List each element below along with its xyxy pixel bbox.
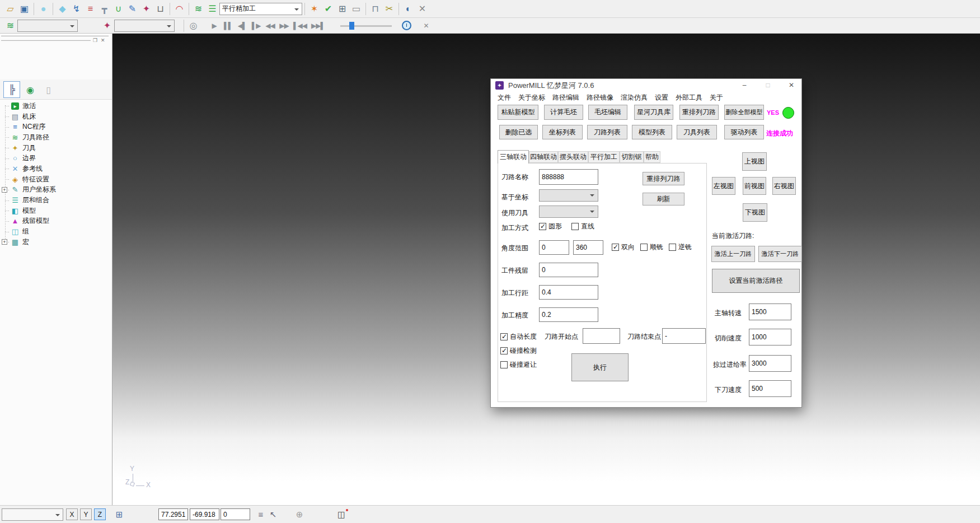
- toolpath-list-button[interactable]: 刀路列表: [587, 125, 627, 139]
- climb-mill-option[interactable]: 顺铣: [640, 242, 663, 252]
- coord-list-button[interactable]: 坐标列表: [542, 125, 583, 139]
- sim-toolpath-dropdown[interactable]: [17, 20, 78, 32]
- step-forward-button[interactable]: ▌▶: [249, 19, 263, 32]
- list-icon[interactable]: ≡: [255, 508, 266, 520]
- angle-to-input[interactable]: [573, 240, 603, 255]
- simulation-icon[interactable]: ◠: [172, 2, 186, 16]
- sim-tool-dropdown[interactable]: [114, 20, 175, 32]
- tree-item-boundaries[interactable]: ○ 边界: [0, 153, 111, 164]
- tool-change-icon[interactable]: ⊓: [368, 2, 382, 16]
- clock-icon[interactable]: [402, 21, 411, 30]
- angle-from-input[interactable]: [539, 240, 569, 255]
- speed-slider[interactable]: [340, 22, 392, 30]
- transform-icon[interactable]: ✂: [382, 2, 396, 16]
- tree-item-stock-models[interactable]: ▲ 残留模型: [0, 216, 111, 227]
- go-to-end-button[interactable]: ▶▶▌: [309, 19, 327, 32]
- toolbar-grip[interactable]: [1, 39, 91, 41]
- cutting-speed-input[interactable]: [749, 329, 791, 345]
- axis-z-button[interactable]: Z: [94, 508, 106, 520]
- expand-icon[interactable]: +: [2, 239, 7, 245]
- expand-icon[interactable]: +: [2, 187, 7, 193]
- use-tool-dropdown[interactable]: [539, 206, 598, 218]
- bidirectional-option[interactable]: 双向: [612, 242, 635, 252]
- tool-verify-icon[interactable]: ✔: [321, 2, 335, 16]
- save-project-icon[interactable]: ▣: [17, 2, 31, 16]
- view-right-button[interactable]: 右视图: [772, 177, 796, 195]
- coord-y-input[interactable]: [190, 508, 219, 520]
- tree-item-toolpaths[interactable]: ≋ 刀具路径: [0, 132, 111, 143]
- rearrange-paths-button[interactable]: 重排列刀路: [679, 105, 719, 120]
- toolpath-name-input[interactable]: [539, 169, 598, 185]
- pause-button[interactable]: ▌▌: [221, 19, 235, 32]
- rewind-button[interactable]: ◀◀: [263, 19, 277, 32]
- collision-check-icon[interactable]: ✶: [307, 2, 321, 16]
- tree-item-tools[interactable]: ✦ 刀具: [0, 143, 111, 153]
- circle-checkbox[interactable]: [539, 223, 546, 230]
- shaded-view-icon[interactable]: ●: [36, 2, 50, 16]
- axis-y-button[interactable]: Y: [80, 508, 92, 520]
- tab-parallel[interactable]: 平行加工: [588, 151, 620, 163]
- tree-item-workplanes[interactable]: + ✎ 用户坐标系: [0, 185, 111, 195]
- tree-item-models[interactable]: ◧ 模型: [0, 206, 111, 216]
- delete-all-models-button[interactable]: 删除全部模型: [724, 105, 764, 120]
- collision-check-option[interactable]: 碰撞检测: [500, 346, 537, 356]
- strategy-list-icon[interactable]: ☰: [205, 2, 219, 16]
- step-back-button[interactable]: ◀▌: [235, 19, 249, 32]
- leads-links-icon[interactable]: ∪: [111, 2, 125, 16]
- cursor-icon[interactable]: ↖: [268, 508, 279, 520]
- collision-avoid-checkbox[interactable]: [500, 361, 508, 368]
- line-checkbox[interactable]: [571, 223, 579, 230]
- go-to-start-button[interactable]: ▌◀◀: [291, 19, 309, 32]
- powermill-logo-icon[interactable]: ≋: [191, 2, 205, 16]
- plunge-speed-input[interactable]: [749, 380, 791, 397]
- conventional-mill-option[interactable]: 逆铣: [669, 242, 692, 252]
- calc-stock-button[interactable]: 计算毛坯: [544, 105, 583, 120]
- collision-check-checkbox[interactable]: [500, 347, 508, 354]
- climb-mill-checkbox[interactable]: [640, 244, 648, 251]
- paste-model-button[interactable]: 粘贴新模型: [498, 105, 538, 120]
- tab-4axis[interactable]: 四轴联动: [529, 151, 558, 163]
- close-button[interactable]: ✕: [782, 79, 801, 91]
- toolbar-grip[interactable]: [1, 35, 109, 36]
- tool-icon[interactable]: ┳: [97, 2, 111, 16]
- collision-avoid-option[interactable]: 碰撞避让: [500, 360, 537, 370]
- set-active-path-button[interactable]: 设置当前激活路径: [712, 269, 800, 293]
- measure-icon[interactable]: ▭: [349, 2, 363, 16]
- coord-z-input[interactable]: [221, 508, 250, 520]
- auto-length-checkbox[interactable]: [500, 333, 508, 340]
- view-front-button[interactable]: 前视图: [743, 177, 766, 195]
- view-top-button[interactable]: 上视图: [742, 152, 767, 171]
- tree-item-patterns[interactable]: ✕ 参考线: [0, 164, 111, 174]
- tab-swivel[interactable]: 摆头联动: [558, 151, 588, 163]
- circle-mode-option[interactable]: 圆形: [539, 222, 562, 231]
- minimize-button[interactable]: –: [735, 79, 754, 91]
- explorer-tab-globe[interactable]: ◉: [22, 81, 39, 98]
- close-pane-icon[interactable]: ✕: [101, 38, 105, 43]
- dialog-titlebar[interactable]: ✦ PowerMILL 忆梦星河 7.0.6: [491, 79, 801, 92]
- sim-toolbar-close-icon[interactable]: ✕: [419, 19, 433, 32]
- rearrange-button[interactable]: 重排列刀路: [643, 172, 684, 185]
- float-pane-icon[interactable]: ❐: [93, 38, 97, 43]
- coord-x-input[interactable]: [158, 508, 188, 520]
- stock-remain-input[interactable]: [539, 263, 598, 277]
- activate-prev-button[interactable]: 激活上一刀路: [711, 246, 755, 262]
- points-icon[interactable]: ✦: [139, 2, 153, 16]
- rapid-heights-icon[interactable]: ↯: [69, 2, 83, 16]
- start-point-input[interactable]: [583, 328, 620, 344]
- menu-path-mirror[interactable]: 路径镜像: [587, 93, 613, 102]
- stepover-input[interactable]: [539, 285, 598, 300]
- device-icon[interactable]: ◫: [336, 508, 347, 520]
- bidirectional-checkbox[interactable]: [612, 244, 619, 251]
- activate-next-button[interactable]: 激活下一刀路: [758, 246, 802, 262]
- tool-list-button[interactable]: 刀具列表: [677, 125, 717, 139]
- view-bottom-button[interactable]: 下视图: [743, 203, 767, 222]
- auto-length-option[interactable]: 自动长度: [500, 332, 537, 342]
- tab-saw[interactable]: 切割锯: [620, 151, 644, 163]
- explorer-tab-trash[interactable]: ▯: [40, 81, 57, 98]
- menu-settings[interactable]: 设置: [655, 93, 668, 102]
- grid-icon[interactable]: ⊞: [112, 508, 126, 520]
- skim-feed-input[interactable]: [749, 355, 791, 372]
- slider-handle[interactable]: [349, 22, 354, 30]
- feeds-speeds-icon[interactable]: ≡: [83, 2, 97, 16]
- based-coord-dropdown[interactable]: [539, 189, 598, 202]
